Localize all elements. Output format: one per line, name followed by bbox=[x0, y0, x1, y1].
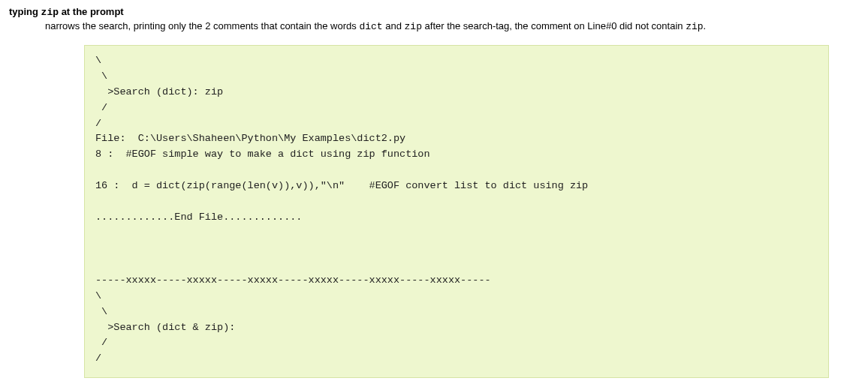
terminal-output: \ \ >Search (dict): zip / / File: C:\Use… bbox=[84, 45, 829, 378]
desc-code1: dict bbox=[359, 21, 382, 32]
desc-part4: . bbox=[704, 20, 707, 32]
desc-code3: zip bbox=[686, 21, 703, 32]
heading-prefix: typing bbox=[9, 6, 41, 17]
heading-code: zip bbox=[41, 7, 59, 18]
description-text: narrows the search, printing only the 2 … bbox=[45, 20, 859, 34]
desc-code2: zip bbox=[405, 21, 422, 32]
desc-part3: after the search-tag, the comment on Lin… bbox=[422, 20, 686, 32]
section-heading: typing zip at the prompt bbox=[9, 6, 859, 18]
desc-part1: narrows the search, printing only the 2 … bbox=[45, 20, 359, 32]
heading-suffix: at the prompt bbox=[59, 6, 124, 17]
desc-part2: and bbox=[383, 20, 405, 32]
